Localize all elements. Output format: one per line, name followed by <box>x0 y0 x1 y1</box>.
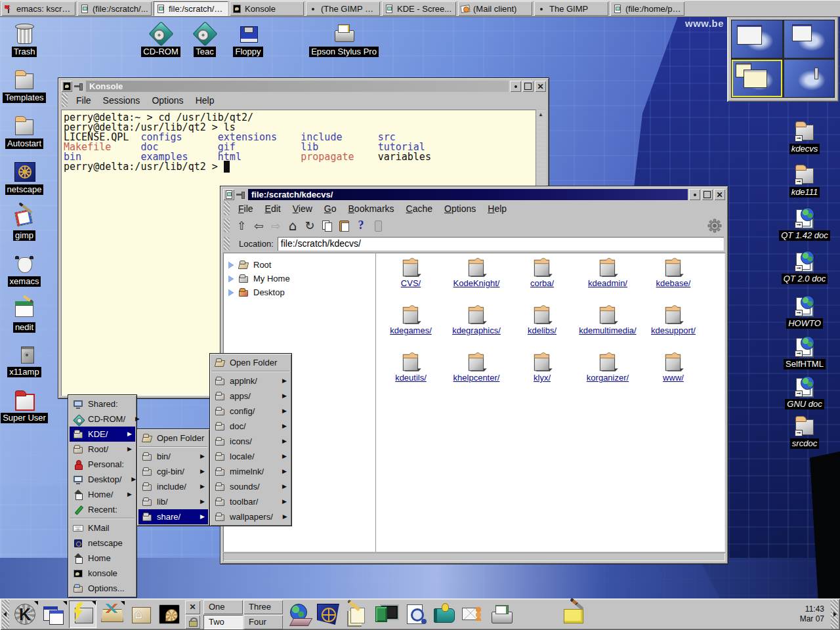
kfm-menu-item[interactable]: Edit <box>259 202 287 215</box>
kmail-launcher[interactable] <box>459 600 486 628</box>
pager-desktop-4[interactable] <box>784 60 835 97</box>
kfm-window-icon[interactable] <box>223 189 234 200</box>
folder-item[interactable]: kdeadmin/ <box>576 257 640 304</box>
desktop-icon[interactable]: ➞ srcdoc <box>781 413 828 449</box>
taskbar-window-button[interactable]: (Mail client) <box>458 1 532 16</box>
desktop-icon[interactable]: CD-ROM <box>140 22 181 57</box>
menu-item[interactable]: KDE/ ▶ <box>70 427 135 442</box>
folder-item[interactable]: kdegraphics/ <box>444 304 509 351</box>
folder-name-link[interactable]: kdebase/ <box>656 279 691 288</box>
konsole-menu-item[interactable]: Sessions <box>97 94 146 107</box>
konsole-launcher[interactable] <box>156 600 183 628</box>
expander-triangle-icon[interactable] <box>228 262 234 268</box>
folder-name-link[interactable]: klyx/ <box>534 373 551 383</box>
expander-triangle-icon[interactable] <box>228 276 234 282</box>
folder-item[interactable]: CVS/ <box>379 257 443 304</box>
disk-navigator-button[interactable] <box>69 600 96 628</box>
desktop-icon[interactable]: Teac <box>186 22 223 57</box>
menu-item[interactable]: share/ ▶ <box>138 509 208 524</box>
up-icon[interactable]: ⇧ <box>234 218 249 234</box>
pager-desktop-3-current[interactable] <box>732 60 782 97</box>
folder-item[interactable]: kdeutils/ <box>379 351 443 398</box>
menu-item[interactable]: cgi-bin/ ▶ <box>138 464 208 479</box>
paste-icon[interactable] <box>336 218 352 234</box>
folder-name-link[interactable]: kdegraphics/ <box>452 326 501 335</box>
konsole-window-icon[interactable] <box>61 81 72 92</box>
menu-item[interactable]: Options... <box>70 581 135 596</box>
desktop-switch-button[interactable]: Three <box>243 600 283 614</box>
sticky-pin-button[interactable] <box>236 189 247 200</box>
find-files-launcher[interactable] <box>401 600 429 628</box>
home-folder-launcher[interactable] <box>127 600 154 628</box>
desktop-icon[interactable]: ➞ GNU doc <box>780 374 830 410</box>
kfm-menu-item[interactable]: View <box>287 202 318 215</box>
menu-item[interactable]: Personal: <box>70 457 135 472</box>
menu-item[interactable]: Home/ ▶ <box>70 487 135 502</box>
maximize-button[interactable] <box>702 189 713 200</box>
menu-item[interactable]: include/ ▶ <box>138 479 208 494</box>
taskbar-window-button[interactable]: (file:/scratch/... <box>77 1 152 16</box>
help-icon[interactable]: ? <box>353 218 369 234</box>
desktop-icon[interactable]: ➞ QT 2.0 doc <box>778 249 831 284</box>
maximize-button[interactable] <box>522 81 534 92</box>
folder-item[interactable]: khelpcenter/ <box>444 351 509 398</box>
konsole-menu-item[interactable]: Options <box>146 94 189 107</box>
taskbar-window-button[interactable]: (file:/home/perr... <box>610 1 684 16</box>
file-manager-launcher[interactable] <box>285 600 313 628</box>
folder-item[interactable]: kdegames/ <box>379 304 443 351</box>
konsole-menu-item[interactable]: Help <box>190 94 220 107</box>
system-monitor-launcher[interactable] <box>372 600 400 628</box>
folder-item[interactable]: kdesupport/ <box>641 304 705 351</box>
menu-item[interactable]: applnk/ ▶ <box>211 373 290 388</box>
lock-screen-button[interactable] <box>185 615 200 629</box>
desktop-icon[interactable]: Super User <box>0 388 49 423</box>
desktop-icon[interactable]: gimp <box>5 205 43 241</box>
expander-triangle-icon[interactable] <box>228 289 234 296</box>
scroll-up-icon[interactable]: ▲ <box>536 110 546 119</box>
minimize-button[interactable] <box>689 189 700 200</box>
folder-item[interactable]: kdemultimedia/ <box>576 304 640 351</box>
folder-item[interactable]: KodeKnight/ <box>444 257 509 304</box>
panel-collapse-handle-right[interactable] <box>831 600 838 629</box>
kfm-menu-item[interactable]: File <box>232 202 259 215</box>
desktop-icon[interactable]: ➞ SelfHTML <box>780 334 830 369</box>
kde-menu-button[interactable] <box>11 600 39 628</box>
taskbar-window-button[interactable]: emacs: kscre... <box>1 1 75 16</box>
panel-collapse-handle-left[interactable] <box>2 600 9 629</box>
copy-icon[interactable] <box>319 218 335 234</box>
printer-launcher[interactable] <box>488 600 515 628</box>
text-editor-launcher[interactable] <box>343 600 371 628</box>
reload-icon[interactable]: ↻ <box>302 218 318 234</box>
folder-name-link[interactable]: www/ <box>663 373 684 383</box>
desktop-icon[interactable]: Epson Stylus Pro <box>307 22 381 57</box>
menu-item[interactable]: toolbar/ ▶ <box>211 494 290 509</box>
pager-desktop-2[interactable] <box>784 20 835 58</box>
folder-name-link[interactable]: kdelibs/ <box>528 326 556 335</box>
menu-item[interactable]: sounds/ ▶ <box>211 479 290 494</box>
folder-item[interactable]: klyx/ <box>510 351 574 398</box>
folder-item[interactable]: www/ <box>641 351 705 398</box>
folder-item[interactable]: kdelibs/ <box>510 304 574 351</box>
menubar-drag-handle[interactable] <box>224 201 230 215</box>
sticky-pin-button[interactable] <box>74 81 85 92</box>
desktop-icon[interactable]: Trash <box>4 22 45 57</box>
tree-item[interactable]: Desktop <box>228 285 375 299</box>
menubar-drag-handle[interactable] <box>62 93 68 107</box>
desktop-icon[interactable]: x11amp <box>3 342 45 377</box>
folder-name-link[interactable]: kdemultimedia/ <box>579 326 636 335</box>
toolbar-drag-handle[interactable] <box>224 219 230 232</box>
kfm-menu-item[interactable]: Help <box>482 202 513 215</box>
menu-item[interactable]: bin/ ▶ <box>138 449 208 464</box>
close-button[interactable]: ✕ <box>535 81 546 92</box>
menu-item[interactable]: Home <box>70 551 135 566</box>
desktop-switch-button[interactable]: One <box>203 600 243 614</box>
help-launcher[interactable] <box>430 600 457 628</box>
menu-item[interactable]: doc/ ▶ <box>211 419 290 434</box>
menu-item[interactable]: config/ ▶ <box>211 404 290 419</box>
folder-name-link[interactable]: korganizer/ <box>587 373 629 383</box>
kfm-menu-item[interactable]: Options <box>438 202 482 215</box>
folder-item[interactable]: korganizer/ <box>576 351 640 398</box>
folder-name-link[interactable]: kdeutils/ <box>395 373 427 383</box>
desktop-icon[interactable]: Autostart <box>2 114 47 149</box>
folder-name-link[interactable]: KodeKnight/ <box>453 279 500 288</box>
